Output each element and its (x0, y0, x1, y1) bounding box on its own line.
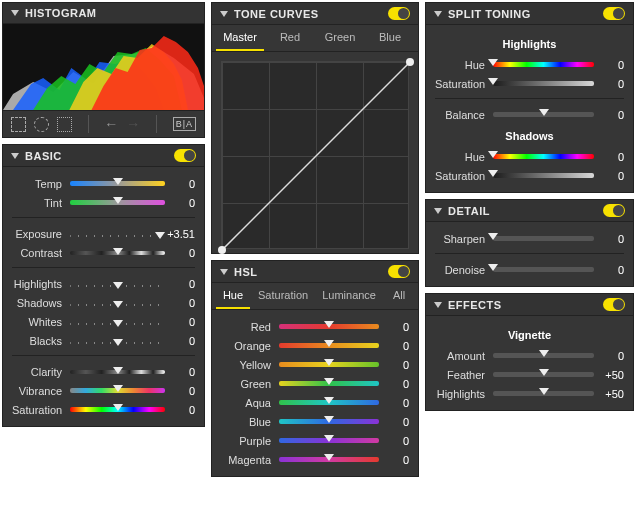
basic-header[interactable]: BASIC (3, 145, 204, 167)
vig-feather-slider[interactable] (493, 372, 594, 377)
vig-feather-value: +50 (596, 369, 624, 381)
st-sh-hue-slider[interactable] (493, 154, 594, 159)
denoise-label: Denoise (435, 264, 491, 276)
st-hl-sat-slider[interactable] (493, 81, 594, 86)
tint-slider[interactable] (70, 200, 165, 205)
clarity-label: Clarity (12, 366, 68, 378)
temp-row: Temp 0 (12, 174, 195, 193)
highlights-value: 0 (167, 278, 195, 290)
tab-master[interactable]: Master (216, 25, 264, 51)
hsl-yellow-slider[interactable] (279, 362, 379, 367)
contrast-slider[interactable] (70, 251, 165, 255)
tab-all[interactable]: All (384, 283, 414, 309)
saturation-slider[interactable] (70, 407, 165, 412)
vig-highlights-slider[interactable] (493, 391, 594, 396)
split-toning-header[interactable]: SPLIT TONING (426, 3, 633, 25)
hsl-aqua-label: Aqua (221, 397, 277, 409)
highlights-slider[interactable] (70, 285, 165, 287)
shadows-value: 0 (167, 297, 195, 309)
vibrance-slider[interactable] (70, 388, 165, 393)
tone-curves-toggle[interactable] (388, 7, 410, 20)
undo-icon[interactable]: ← (104, 116, 118, 132)
hsl-blue-slider[interactable] (279, 419, 379, 424)
effects-title: EFFECTS (448, 299, 603, 311)
hsl-blue-value: 0 (381, 416, 409, 428)
st-sh-sat-slider[interactable] (493, 173, 594, 178)
sharpen-value: 0 (596, 233, 624, 245)
denoise-slider[interactable] (493, 267, 594, 272)
redo-icon[interactable]: → (126, 116, 140, 132)
curve-point-black[interactable] (218, 246, 226, 254)
tint-row: Tint 0 (12, 193, 195, 212)
tone-curves-header[interactable]: TONE CURVES (212, 3, 418, 25)
tab-blue[interactable]: Blue (366, 25, 414, 51)
blacks-label: Blacks (12, 335, 68, 347)
sharpen-slider[interactable] (493, 236, 594, 241)
sharpen-label: Sharpen (435, 233, 491, 245)
hsl-green-slider[interactable] (279, 381, 379, 386)
hsl-toggle[interactable] (388, 265, 410, 278)
before-after-button[interactable]: B|A (173, 117, 196, 131)
hsl-title: HSL (234, 266, 388, 278)
tab-saturation[interactable]: Saturation (252, 283, 314, 309)
basic-toggle[interactable] (174, 149, 196, 162)
detail-header[interactable]: DETAIL (426, 200, 633, 222)
crop-freeform-icon[interactable] (57, 117, 72, 132)
tab-hue[interactable]: Hue (216, 283, 250, 309)
tab-red[interactable]: Red (266, 25, 314, 51)
hsl-header[interactable]: HSL (212, 261, 418, 283)
detail-title: DETAIL (448, 205, 603, 217)
hsl-orange-slider[interactable] (279, 343, 379, 348)
vig-amount-slider[interactable] (493, 353, 594, 358)
hsl-red-label: Red (221, 321, 277, 333)
st-balance-value: 0 (596, 109, 624, 121)
clarity-value: 0 (167, 366, 195, 378)
tint-label: Tint (12, 197, 68, 209)
split-toning-toggle[interactable] (603, 7, 625, 20)
st-sh-sat-label: Saturation (435, 170, 491, 182)
st-hl-hue-label: Hue (435, 59, 491, 71)
effects-header[interactable]: EFFECTS (426, 294, 633, 316)
shadows-label: Shadows (12, 297, 68, 309)
crop-ellipse-icon[interactable] (34, 117, 49, 132)
hsl-magenta-slider[interactable] (279, 457, 379, 462)
clarity-slider[interactable] (70, 370, 165, 374)
saturation-value: 0 (167, 404, 195, 416)
hsl-aqua-slider[interactable] (279, 400, 379, 405)
exposure-label: Exposure (12, 228, 68, 240)
exposure-value: +3.51 (167, 228, 195, 240)
st-sh-sat-value: 0 (596, 170, 624, 182)
blacks-slider[interactable] (70, 342, 165, 344)
vig-feather-label: Feather (435, 369, 491, 381)
st-hl-sat-value: 0 (596, 78, 624, 90)
hsl-purple-value: 0 (381, 435, 409, 447)
collapse-icon (434, 302, 442, 308)
split-toning-title: SPLIT TONING (448, 8, 603, 20)
collapse-icon (434, 208, 442, 214)
tab-green[interactable]: Green (316, 25, 364, 51)
tab-luminance[interactable]: Luminance (316, 283, 382, 309)
curve-point-white[interactable] (406, 58, 414, 66)
clarity-row: Clarity 0 (12, 362, 195, 381)
hsl-aqua-value: 0 (381, 397, 409, 409)
temp-slider[interactable] (70, 181, 165, 186)
st-hl-hue-slider[interactable] (493, 62, 594, 67)
hsl-red-slider[interactable] (279, 324, 379, 329)
tone-curves-tabs: Master Red Green Blue (212, 25, 418, 52)
shadows-slider[interactable] (70, 304, 165, 306)
vibrance-row: Vibrance 0 (12, 381, 195, 400)
crop-rect-icon[interactable] (11, 117, 26, 132)
histogram-graph (3, 24, 204, 110)
detail-panel: DETAIL Sharpen0 Denoise0 (425, 199, 634, 287)
hsl-purple-slider[interactable] (279, 438, 379, 443)
effects-toggle[interactable] (603, 298, 625, 311)
histogram-header[interactable]: HISTOGRAM (3, 3, 204, 24)
detail-toggle[interactable] (603, 204, 625, 217)
tint-value: 0 (167, 197, 195, 209)
curve-editor[interactable] (221, 61, 409, 249)
st-balance-slider[interactable] (493, 112, 594, 117)
shadows-row: Shadows 0 (12, 293, 195, 312)
whites-slider[interactable] (70, 323, 165, 325)
exposure-slider[interactable] (70, 235, 165, 237)
saturation-label: Saturation (12, 404, 68, 416)
